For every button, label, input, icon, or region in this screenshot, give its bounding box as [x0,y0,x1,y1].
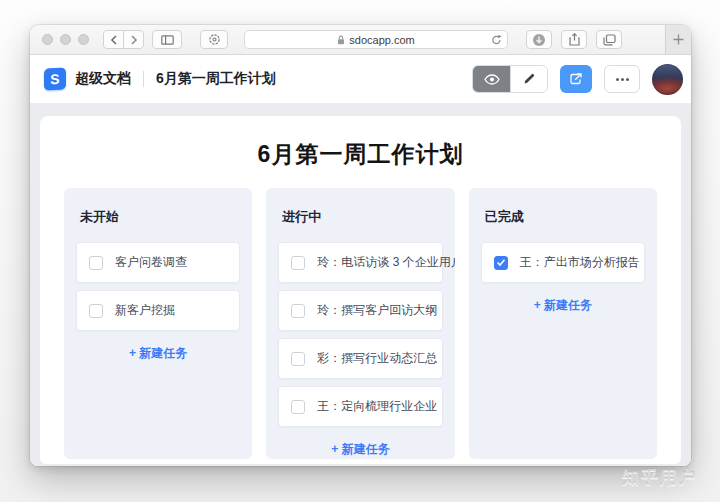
browser-toolbar: sdocapp.com [30,25,691,55]
task-checkbox[interactable] [89,304,103,318]
task-checkbox[interactable] [291,352,305,366]
document-title: 6月第一周工作计划 [156,70,276,88]
view-mode-toggle [472,65,548,93]
chevron-right-icon [130,35,138,45]
share-icon [569,33,580,46]
task-card[interactable]: 玲：电话访谈 3 个企业用户 [278,242,442,283]
kanban-board: 未开始 客户问卷调查 新客户挖掘 + 新建任务 进行中 玲：电话访谈 3 个企业… [40,188,681,459]
task-label: 彩：撰写行业动态汇总 [317,350,437,367]
view-mode-button[interactable] [473,66,510,92]
export-icon [569,72,583,86]
task-label: 玲：电话访谈 3 个企业用户 [317,254,454,271]
browser-window: sdocapp.com S 超级文档 6月第一周工作计划 [30,25,691,466]
sidebar-icon [161,35,174,45]
app-header: S 超级文档 6月第一周工作计划 [30,55,691,103]
zhihu-watermark: 知乎用户 [622,466,698,489]
kanban-column: 未开始 客户问卷调查 新客户挖掘 + 新建任务 [64,188,252,459]
extension-badge-icon [208,33,221,46]
share-page-button[interactable] [561,30,587,49]
kanban-column: 进行中 玲：电话访谈 3 个企业用户 玲：撰写客户回访大纲 彩：撰写行业动态汇总… [266,188,454,459]
task-label: 玲：撰写客户回访大纲 [317,302,437,319]
plus-icon [673,34,684,45]
app-name: 超级文档 [75,70,131,88]
more-actions-button[interactable] [604,65,640,93]
task-card[interactable]: 客户问卷调查 [76,242,240,283]
task-card[interactable]: 王：产出市场分析报告 [481,242,645,283]
reload-icon [491,34,502,46]
task-card[interactable]: 彩：撰写行业动态汇总 [278,338,442,379]
lock-icon [337,35,345,45]
close-window-button[interactable] [42,34,53,45]
task-checkbox[interactable] [291,256,305,270]
column-title: 进行中 [282,208,438,226]
minimize-window-button[interactable] [60,34,71,45]
task-checkbox[interactable] [291,400,305,414]
share-doc-button[interactable] [560,65,592,93]
column-cards: 玲：电话访谈 3 个企业用户 玲：撰写客户回访大纲 彩：撰写行业动态汇总 王：定… [278,242,442,427]
zoom-window-button[interactable] [78,34,89,45]
task-checkbox[interactable] [89,256,103,270]
kanban-column: 已完成 王：产出市场分析报告 + 新建任务 [469,188,657,459]
task-card[interactable]: 玲：撰写客户回访大纲 [278,290,442,331]
address-bar[interactable]: sdocapp.com [244,30,508,49]
history-nav [103,30,144,49]
checkmark-icon [496,258,506,267]
forward-button[interactable] [123,30,144,49]
window-controls [42,34,89,45]
add-task-link[interactable]: + 新建任务 [76,345,240,362]
tabs-icon [603,34,616,46]
back-button[interactable] [103,30,124,49]
task-card[interactable]: 王：定向梳理行业企业 [278,386,442,427]
header-actions [472,64,683,95]
new-tab-button[interactable] [665,25,691,54]
sidebar-button[interactable] [152,30,182,49]
column-title: 已完成 [485,208,641,226]
toolbar-right-group [526,30,622,49]
chevron-left-icon [110,35,118,45]
download-icon [532,33,546,47]
app-logo: S [44,67,66,90]
page-title: 6月第一周工作计划 [40,139,681,170]
task-checkbox[interactable] [494,256,508,270]
task-card[interactable]: 新客户挖掘 [76,290,240,331]
more-icon [616,78,619,81]
task-checkbox[interactable] [291,304,305,318]
task-label: 客户问卷调查 [115,254,187,271]
edit-mode-button[interactable] [510,66,547,92]
column-title: 未开始 [80,208,236,226]
user-avatar[interactable] [652,64,683,95]
show-tabs-button[interactable] [596,30,622,49]
column-cards: 王：产出市场分析报告 [481,242,645,283]
content-backdrop: 6月第一周工作计划 未开始 客户问卷调查 新客户挖掘 + 新建任务 进行中 玲：… [30,103,691,466]
pencil-icon [523,73,535,85]
document-page: 6月第一周工作计划 未开始 客户问卷调查 新客户挖掘 + 新建任务 进行中 玲：… [40,116,681,464]
add-task-link[interactable]: + 新建任务 [481,297,645,314]
task-label: 新客户挖掘 [115,302,175,319]
task-label: 王：产出市场分析报告 [520,254,640,271]
column-cards: 客户问卷调查 新客户挖掘 [76,242,240,331]
url-text: sdocapp.com [349,34,414,46]
header-divider [143,71,144,87]
reload-button[interactable] [491,34,502,46]
downloads-button[interactable] [526,30,552,49]
add-task-link[interactable]: + 新建任务 [278,441,442,458]
extensions-button[interactable] [200,30,228,49]
task-label: 王：定向梳理行业企业 [317,398,437,415]
eye-icon [484,74,500,85]
